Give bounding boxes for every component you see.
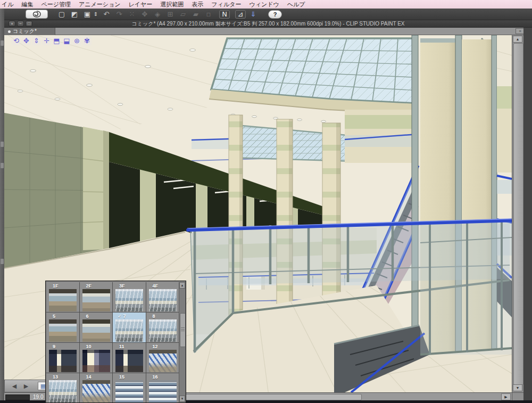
view-label: 2F: [86, 283, 92, 289]
open-file-button[interactable]: ◩: [69, 10, 80, 19]
view-thumbnail[interactable]: 2F: [80, 282, 113, 312]
view-preview-image: [115, 289, 143, 311]
redo-button[interactable]: ↷: [114, 10, 124, 19]
dashed-frame-button[interactable]: ▫: [203, 10, 214, 19]
view-thumbnail[interactable]: 8: [146, 312, 180, 343]
transform-button[interactable]: ⊞: [165, 10, 176, 19]
scroll-up-button[interactable]: ▲: [513, 36, 522, 43]
menu-item[interactable]: 選択範囲: [160, 1, 184, 9]
scroll-down-button[interactable]: ▼: [513, 384, 522, 391]
view-thumbnail[interactable]: 13: [46, 373, 80, 403]
modified-dot-icon: [8, 30, 11, 33]
slash-frame-button[interactable]: ▱: [178, 10, 188, 19]
fill-button[interactable]: ◈: [152, 10, 163, 19]
view-label: 7: [123, 314, 126, 319]
next-page-button[interactable]: ▶: [22, 383, 30, 390]
menu-item[interactable]: ウィンドウ: [249, 1, 279, 9]
panel-scroll-up-button[interactable]: ▲: [179, 282, 185, 289]
view-preview-image: [149, 350, 177, 372]
clip-spiral-icon: [32, 11, 41, 18]
view-label: 15: [119, 374, 124, 380]
object-rotate-icon[interactable]: ⬓: [62, 36, 71, 45]
view-thumbnail[interactable]: 3F: [113, 282, 146, 312]
camera-rotate-icon[interactable]: ⟲: [12, 36, 21, 45]
vertical-scrollbar-thumb[interactable]: [513, 43, 523, 385]
view-thumbnail[interactable]: 16: [146, 373, 180, 403]
minimize-window-button[interactable]: −: [17, 21, 24, 27]
view-thumbnail[interactable]: 10: [80, 343, 113, 373]
view-thumbnail[interactable]: 9: [46, 343, 80, 373]
panel-scroll-down-button[interactable]: ▼: [179, 396, 185, 402]
snap-grid-button[interactable]: ⇓: [248, 10, 259, 19]
menu-item[interactable]: 編集: [22, 1, 34, 9]
camera-dolly-icon[interactable]: ⇕: [32, 36, 41, 45]
view-thumbnail[interactable]: 14: [80, 373, 113, 403]
snap-special-ruler-button[interactable]: ⊿: [235, 10, 246, 19]
view-thumbnail[interactable]: 12: [146, 343, 180, 373]
previous-page-button[interactable]: ◀: [10, 383, 19, 390]
camera-pan-icon[interactable]: ✥: [22, 36, 31, 45]
scroll-right-button[interactable]: ▶: [501, 393, 511, 400]
menu-item[interactable]: アニメーション: [79, 1, 121, 9]
snap-ruler-button[interactable]: N: [219, 10, 230, 19]
view-preview-image: [49, 319, 77, 342]
slash-frame-filled-button[interactable]: ▰: [190, 10, 201, 19]
background-window-edge: [0, 9, 4, 400]
view-label: 9: [53, 344, 55, 349]
panel-scrollbar-thumb[interactable]: [180, 313, 186, 347]
view-thumbnail[interactable]: 1F: [46, 282, 80, 312]
view-thumbnail[interactable]: 15: [113, 373, 146, 403]
help-button[interactable]: ?: [268, 10, 282, 19]
view-thumbnail[interactable]: 11: [113, 343, 146, 373]
undo-button[interactable]: ↶: [101, 10, 112, 19]
object-root-icon[interactable]: ✾: [82, 36, 92, 45]
view-thumbnail[interactable]: 5: [46, 312, 80, 343]
view-label: 4F: [153, 283, 159, 289]
object-turntable-icon[interactable]: ⊛: [72, 36, 81, 45]
save-button[interactable]: ▣: [82, 10, 93, 19]
3d-preset-view-panel: 1F 2F 3F 4F 5 6 ✓7: [45, 281, 186, 403]
view-thumbnail[interactable]: ✓7: [113, 312, 146, 343]
new-file-button[interactable]: ▢: [56, 10, 67, 19]
document-title: コミック* (A4 297.00 x 210.00mm 製本サイズ:B5 判 2…: [4, 20, 532, 28]
menu-item[interactable]: フィルター: [211, 1, 241, 9]
object-move-icon[interactable]: ✛: [42, 36, 51, 45]
scrollbar-corner: [512, 392, 523, 400]
panel-scrollbar[interactable]: ▲ ▼: [179, 282, 185, 403]
view-preview-image: [82, 380, 110, 402]
maximize-window-button[interactable]: □: [26, 21, 32, 27]
spray-button[interactable]: ⁙: [127, 10, 137, 19]
view-label: 3F: [119, 283, 125, 289]
zoom-slider[interactable]: [5, 394, 30, 400]
zoom-percentage: 19.0: [33, 394, 43, 400]
window-right-frame: [523, 28, 532, 400]
menu-item[interactable]: 表示: [192, 1, 203, 9]
canvas-tab[interactable]: コミック*: [4, 28, 55, 35]
view-thumbnail[interactable]: 4F: [146, 282, 180, 312]
document-title-bar: ×−□ コミック* (A4 297.00 x 210.00mm 製本サイズ:B5…: [4, 20, 532, 28]
save-switch-button[interactable]: ⇕: [93, 10, 99, 19]
3d-camera-controls: ⟲✥⇕✛⬒⬓⊛✾: [12, 36, 92, 45]
view-preview-image: [149, 380, 177, 402]
clip-logo-button[interactable]: [26, 10, 48, 19]
checkmark-icon: ✓: [118, 314, 122, 319]
object-rotate-y-icon[interactable]: ⬒: [52, 36, 61, 45]
menu-item[interactable]: レイヤー: [129, 1, 153, 9]
vertical-scrollbar[interactable]: ▲ ▼: [512, 35, 523, 392]
view-label: 5: [53, 314, 55, 319]
menu-item[interactable]: イル: [2, 1, 14, 9]
view-label: 12: [153, 344, 158, 349]
move-layer-button[interactable]: ✥: [139, 10, 150, 19]
view-preview-image: [115, 380, 143, 402]
view-preview-image: [115, 350, 143, 372]
menu-bar: イル編集ページ管理アニメーションレイヤー選択範囲表示フィルターウィンドウヘルプ: [0, 0, 532, 9]
menu-item[interactable]: ページ管理: [41, 1, 71, 9]
view-label: 16: [153, 374, 158, 380]
close-window-button[interactable]: ×: [9, 21, 15, 27]
menu-item[interactable]: ヘルプ: [287, 1, 305, 9]
clip-studio-paint-window: イル編集ページ管理アニメーションレイヤー選択範囲表示フィルターウィンドウヘルプ …: [0, 0, 532, 403]
view-thumbnail[interactable]: 6: [80, 312, 113, 343]
view-label: 11: [119, 344, 124, 349]
view-preview-image: [49, 380, 77, 402]
view-label: 8: [153, 314, 155, 319]
